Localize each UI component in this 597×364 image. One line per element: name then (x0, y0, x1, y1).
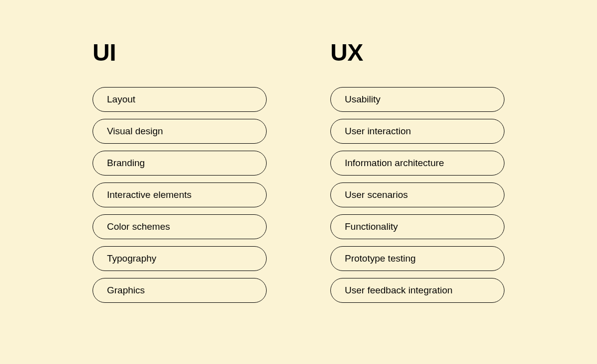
comparison-container: UI Layout Visual design Branding Interac… (93, 39, 504, 303)
list-item: Prototype testing (330, 246, 504, 271)
list-item: Information architecture (330, 151, 504, 176)
list-item: Functionality (330, 214, 504, 239)
ux-column: UX Usability User interaction Informatio… (330, 39, 504, 303)
list-item: Visual design (93, 119, 267, 144)
ui-items-list: Layout Visual design Branding Interactiv… (93, 87, 267, 303)
ui-column: UI Layout Visual design Branding Interac… (93, 39, 267, 303)
list-item: Graphics (93, 278, 267, 303)
list-item: Color schemes (93, 214, 267, 239)
list-item: Branding (93, 151, 267, 176)
ux-items-list: Usability User interaction Information a… (330, 87, 504, 303)
list-item: Usability (330, 87, 504, 112)
list-item: User feedback integration (330, 278, 504, 303)
list-item: Layout (93, 87, 267, 112)
list-item: Interactive elements (93, 182, 267, 207)
list-item: Typography (93, 246, 267, 271)
ux-column-title: UX (330, 39, 504, 66)
ui-column-title: UI (93, 39, 267, 66)
list-item: User interaction (330, 119, 504, 144)
list-item: User scenarios (330, 182, 504, 207)
